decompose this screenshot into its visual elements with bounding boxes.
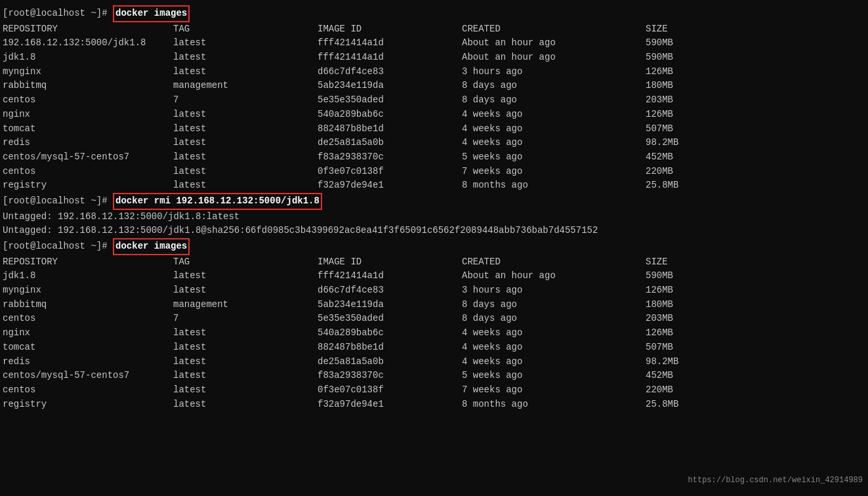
cell-repo: centos	[3, 93, 173, 108]
cell-repo: tomcat	[3, 341, 173, 355]
cell-id: de25a81a5a0b	[318, 355, 462, 369]
table-row: mynginxlatestd66c7df4ce833 hours ago126M…	[3, 283, 865, 298]
col-header-tag-1: TAG	[173, 22, 318, 37]
cell-created: 7 weeks ago	[462, 383, 646, 398]
cell-repo: mynginx	[3, 65, 173, 79]
cell-tag: latest	[173, 269, 318, 283]
cell-created: 5 weeks ago	[462, 150, 646, 165]
col-header-created-1: CREATED	[462, 22, 646, 37]
cell-repo: centos/mysql-57-centos7	[3, 150, 173, 165]
cell-id: d66c7df4ce83	[318, 283, 462, 298]
cell-tag: management	[173, 79, 318, 93]
cell-size: 590MB	[646, 269, 673, 283]
cell-tag: latest	[173, 383, 318, 398]
cell-repo: nginx	[3, 326, 173, 341]
untagged-line-2: Untagged: 192.168.12.132:5000/jdk1.8@sha…	[3, 224, 865, 238]
cell-size: 590MB	[646, 51, 673, 65]
cell-created: 8 days ago	[462, 79, 646, 93]
prompt-1: [root@localhost ~]#	[3, 7, 113, 21]
table-row: centoslatest0f3e07c0138f7 weeks ago220MB	[3, 165, 865, 179]
cell-tag: latest	[173, 108, 318, 122]
cell-id: 540a289bab6c	[318, 326, 462, 341]
table-row: centos75e35e350aded8 days ago203MB	[3, 312, 865, 326]
cell-id: f83a2938370c	[318, 150, 462, 165]
table-row: tomcatlatest882487b8be1d4 weeks ago507MB	[3, 122, 865, 136]
cell-repo: centos/mysql-57-centos7	[3, 369, 173, 383]
command-box-2: docker rmi 192.168.12.132:5000/jdk1.8	[113, 193, 322, 210]
cell-size: 98.2MB	[646, 355, 678, 369]
table-row: centoslatest0f3e07c0138f7 weeks ago220MB	[3, 383, 865, 398]
cell-id: f32a97de94e1	[318, 178, 462, 193]
cell-tag: latest	[173, 36, 318, 51]
cell-id: fff421414a1d	[318, 51, 462, 65]
terminal: [root@localhost ~]# docker images REPOSI…	[3, 5, 865, 491]
cell-id: de25a81a5a0b	[318, 136, 462, 150]
col-header-id-2: IMAGE ID	[318, 255, 462, 270]
cell-id: 882487b8be1d	[318, 341, 462, 355]
cell-tag: latest	[173, 150, 318, 165]
cell-repo: 192.168.12.132:5000/jdk1.8	[3, 36, 173, 51]
col-header-created-2: CREATED	[462, 255, 646, 270]
cell-tag: management	[173, 298, 318, 312]
col-header-tag-2: TAG	[173, 255, 318, 270]
table-row: centos75e35e350aded8 days ago203MB	[3, 93, 865, 108]
command-line-1: [root@localhost ~]# docker images	[3, 5, 865, 22]
table-row: mynginxlatestd66c7df4ce833 hours ago126M…	[3, 65, 865, 79]
cell-id: 0f3e07c0138f	[318, 383, 462, 398]
col-header-id-1: IMAGE ID	[318, 22, 462, 37]
table-row: jdk1.8latestfff421414a1dAbout an hour ag…	[3, 269, 865, 283]
cell-tag: latest	[173, 136, 318, 150]
cell-repo: jdk1.8	[3, 51, 173, 65]
cell-created: 4 weeks ago	[462, 341, 646, 355]
table-row: redislatestde25a81a5a0b4 weeks ago98.2MB	[3, 355, 865, 369]
cell-created: About an hour ago	[462, 269, 646, 283]
cell-repo: centos	[3, 383, 173, 398]
cell-tag: latest	[173, 398, 318, 412]
cell-tag: 7	[173, 312, 318, 326]
table-row: registrylatestf32a97de94e18 months ago25…	[3, 398, 865, 412]
cell-repo: centos	[3, 165, 173, 179]
cell-created: 8 days ago	[462, 93, 646, 108]
cell-created: 4 weeks ago	[462, 355, 646, 369]
cell-created: 8 months ago	[462, 398, 646, 412]
cell-created: 8 days ago	[462, 298, 646, 312]
cell-tag: latest	[173, 122, 318, 136]
cell-tag: latest	[173, 283, 318, 298]
cell-tag: 7	[173, 93, 318, 108]
cell-repo: centos	[3, 312, 173, 326]
col-header-repo-1: REPOSITORY	[3, 22, 173, 37]
cell-repo: redis	[3, 136, 173, 150]
cell-created: 8 months ago	[462, 178, 646, 193]
cell-tag: latest	[173, 369, 318, 383]
command-box-3: docker images	[113, 238, 190, 255]
cell-id: 0f3e07c0138f	[318, 165, 462, 179]
cell-size: 180MB	[646, 298, 673, 312]
cell-tag: latest	[173, 65, 318, 79]
table-row: tomcatlatest882487b8be1d4 weeks ago507MB	[3, 341, 865, 355]
cell-id: f32a97de94e1	[318, 398, 462, 412]
cell-size: 220MB	[646, 165, 673, 179]
cell-created: 3 hours ago	[462, 65, 646, 79]
cell-tag: latest	[173, 326, 318, 341]
table-1-rows: 192.168.12.132:5000/jdk1.8latestfff42141…	[3, 36, 865, 193]
cell-id: 5e35e350aded	[318, 93, 462, 108]
cell-repo: jdk1.8	[3, 269, 173, 283]
command-box-1: docker images	[113, 5, 190, 22]
cell-created: 4 weeks ago	[462, 136, 646, 150]
cell-size: 452MB	[646, 369, 673, 383]
cell-size: 25.8MB	[646, 178, 678, 193]
table-row: 192.168.12.132:5000/jdk1.8latestfff42141…	[3, 36, 865, 51]
cell-id: 882487b8be1d	[318, 122, 462, 136]
watermark: https://blog.csdn.net/weixin_42914989	[688, 474, 863, 487]
cell-created: About an hour ago	[462, 36, 646, 51]
cell-size: 126MB	[646, 108, 673, 122]
cell-created: 7 weeks ago	[462, 165, 646, 179]
cell-repo: nginx	[3, 108, 173, 122]
cell-size: 126MB	[646, 65, 673, 79]
table-row: registrylatestf32a97de94e18 months ago25…	[3, 178, 865, 193]
cell-tag: latest	[173, 355, 318, 369]
cell-size: 590MB	[646, 36, 673, 51]
cell-id: f83a2938370c	[318, 369, 462, 383]
table-row: rabbitmqmanagement5ab234e119da8 days ago…	[3, 298, 865, 312]
cell-size: 507MB	[646, 122, 673, 136]
